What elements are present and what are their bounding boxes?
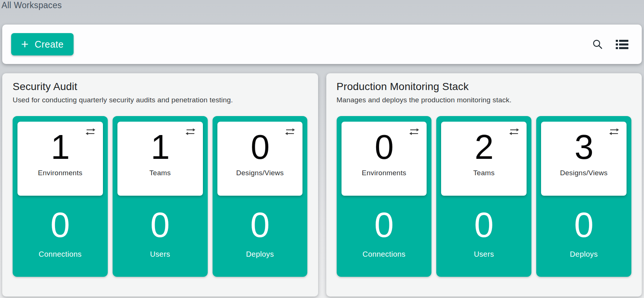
stat-tile-bottom: 0 Connections (13, 196, 108, 277)
stat-top-value: 2 (475, 130, 493, 164)
workspace-card[interactable]: Production Monitoring Stack Manages and … (326, 73, 642, 297)
transfer-icon[interactable] (185, 128, 196, 138)
stat-tile-bottom: 0 Connections (337, 196, 432, 277)
stat-tile-top[interactable]: 1 Teams (117, 122, 203, 196)
stat-bottom-label: Deploys (246, 250, 274, 259)
stat-tile-top[interactable]: 1 Environments (17, 122, 103, 196)
stat-top-label: Environments (362, 169, 407, 177)
stat-tile: 1 Teams 0 Users (113, 116, 208, 277)
workspace-card[interactable]: Security Audit Used for conducting quart… (2, 73, 318, 297)
stat-bottom-label: Deploys (570, 250, 598, 259)
transfer-icon[interactable] (284, 128, 296, 138)
stat-bottom-label: Users (474, 250, 494, 259)
transfer-icon[interactable] (408, 128, 420, 138)
transfer-icon[interactable] (508, 128, 520, 138)
stat-top-label: Designs/Views (236, 169, 284, 177)
transfer-icon[interactable] (608, 128, 620, 138)
stat-top-value: 1 (51, 130, 69, 164)
stat-top-label: Teams (473, 169, 495, 177)
create-button-label: Create (35, 39, 64, 50)
stat-tile-bottom: 0 Deploys (213, 196, 308, 277)
stat-bottom-value: 0 (151, 208, 170, 243)
workspace-title: Security Audit (13, 81, 308, 93)
workspace-description: Used for conducting quarterly security a… (13, 96, 308, 104)
workspaces-row: Security Audit Used for conducting quart… (2, 73, 642, 297)
stat-bottom-value: 0 (374, 208, 394, 243)
stat-tile: 0 Designs/Views 0 Deploys (213, 116, 308, 277)
stat-tile: 0 Environments 0 Connections (337, 116, 432, 277)
stat-top-label: Environments (38, 169, 82, 177)
stat-top-value: 3 (575, 130, 593, 164)
stat-bottom-label: Connections (39, 250, 82, 259)
workspace-description: Manages and deploys the production monit… (337, 96, 632, 104)
stat-top-value: 1 (151, 130, 169, 164)
stat-bottom-value: 0 (51, 208, 70, 243)
create-button[interactable]: + Create (11, 33, 74, 55)
stat-tile: 2 Teams 0 Users (436, 116, 531, 277)
workspace-title: Production Monitoring Stack (337, 81, 632, 93)
stat-tile-top[interactable]: 3 Designs/Views (541, 122, 627, 196)
stat-tiles-row: 0 Environments 0 Connections 2 Teams 0 U… (337, 116, 632, 277)
stat-tile-top[interactable]: 0 Environments (342, 122, 427, 196)
stat-tile: 1 Environments 0 Connections (13, 116, 108, 277)
stat-tile-bottom: 0 Deploys (536, 196, 631, 277)
stat-bottom-value: 0 (250, 208, 269, 243)
stat-top-label: Teams (149, 169, 171, 177)
stat-tiles-row: 1 Environments 0 Connections 1 Teams 0 U… (13, 116, 308, 277)
page-title: All Workspaces (1, 0, 62, 10)
view-list-icon[interactable] (616, 39, 628, 49)
stat-top-value: 0 (375, 130, 393, 164)
stat-top-label: Designs/Views (560, 169, 608, 177)
stat-tile-top[interactable]: 2 Teams (441, 122, 527, 196)
stat-bottom-label: Users (150, 250, 170, 259)
stat-bottom-value: 0 (474, 208, 493, 243)
toolbar-actions (592, 39, 628, 50)
toolbar: + Create (2, 25, 642, 64)
stat-bottom-label: Connections (363, 250, 406, 259)
transfer-icon[interactable] (85, 128, 96, 138)
stat-bottom-value: 0 (574, 208, 593, 243)
plus-icon: + (21, 38, 29, 50)
stat-tile-top[interactable]: 0 Designs/Views (217, 122, 303, 196)
stat-top-value: 0 (250, 130, 269, 164)
stat-tile: 3 Designs/Views 0 Deploys (536, 116, 631, 277)
stat-tile-bottom: 0 Users (113, 196, 208, 277)
search-icon[interactable] (592, 39, 603, 50)
stat-tile-bottom: 0 Users (436, 196, 531, 277)
